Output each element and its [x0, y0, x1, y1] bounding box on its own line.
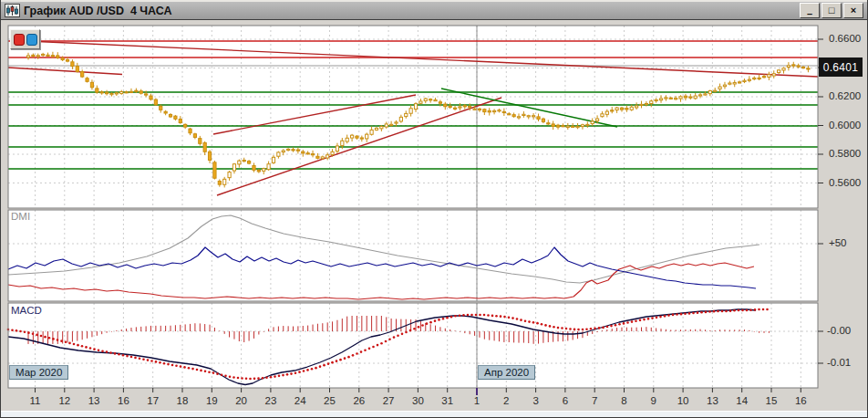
time-axis-label: 11	[30, 395, 41, 406]
time-axis-label: 9	[651, 395, 656, 406]
month-label-april: Апр 2020	[478, 365, 535, 380]
bottom-scrollbar[interactable]	[1, 411, 868, 418]
app-window: График AUD /USD 4 ЧАСА – □ × DMI MACD Ма…	[0, 0, 868, 418]
time-axis-label: 16	[795, 395, 807, 406]
price-axis-label: 0.6000	[829, 120, 861, 131]
time-axis-label: 13	[707, 395, 718, 406]
blue-marker-button[interactable]	[26, 34, 37, 46]
window-titlebar[interactable]: График AUD /USD 4 ЧАСА – □ ×	[1, 0, 868, 20]
time-axis-label: 12	[58, 395, 70, 406]
time-axis-label: 31	[441, 395, 453, 406]
time-axis-label: 30	[412, 395, 424, 406]
red-marker-button[interactable]	[14, 34, 25, 46]
window-title: График AUD /USD 4 ЧАСА	[24, 5, 172, 17]
dmi-axis-label: +50	[829, 237, 847, 248]
time-axis-label: 17	[147, 395, 159, 406]
macd-axis-label: -0.00	[827, 325, 851, 336]
macd-axis-label: -0.01	[827, 357, 851, 368]
dmi-panel[interactable]	[8, 210, 818, 301]
time-axis-label: 16	[118, 395, 129, 406]
time-axis-label: 10	[677, 395, 689, 406]
time-axis-label: 15	[766, 395, 778, 406]
price-axis-label: 0.6200	[829, 90, 861, 101]
time-axis-label: 25	[324, 395, 336, 406]
time-axis-label: 19	[206, 395, 218, 406]
macd-panel[interactable]	[8, 303, 818, 388]
time-axis-label: 8	[621, 395, 626, 406]
time-axis-label: 27	[383, 395, 395, 406]
time-axis-label: 7	[592, 395, 597, 406]
time-axis-label: 3	[532, 395, 538, 406]
main-panel[interactable]	[8, 26, 818, 208]
maximize-button[interactable]: □	[822, 3, 842, 18]
time-axis-label: 20	[235, 395, 247, 406]
time-axis-label: 2	[503, 395, 509, 406]
minimize-button[interactable]: –	[800, 3, 820, 18]
time-axis-label: 13	[88, 395, 100, 406]
chart-mini-toolbar	[10, 29, 40, 49]
time-axis-label: 26	[353, 395, 365, 406]
time-axis-label: 6	[563, 395, 568, 406]
time-axis-label: 24	[294, 395, 306, 406]
month-label-march: Мар 2020	[9, 365, 68, 380]
dmi-panel-label: DMI	[11, 211, 30, 222]
price-axis-label: 0.5600	[829, 177, 861, 188]
chart-canvas[interactable]	[1, 0, 868, 418]
time-axis-label: 23	[264, 395, 276, 406]
time-axis-label: 18	[177, 395, 189, 406]
price-axis-label: 0.6600	[829, 33, 861, 44]
current-price-badge: 0.6401	[819, 57, 863, 77]
time-axis-label: 14	[736, 395, 748, 406]
time-axis-label: 1	[474, 395, 480, 406]
price-axis-label: 0.5800	[829, 148, 861, 159]
candlestick-chart-icon	[5, 4, 20, 17]
macd-panel-label: MACD	[11, 305, 42, 316]
close-button[interactable]: ×	[843, 3, 863, 18]
